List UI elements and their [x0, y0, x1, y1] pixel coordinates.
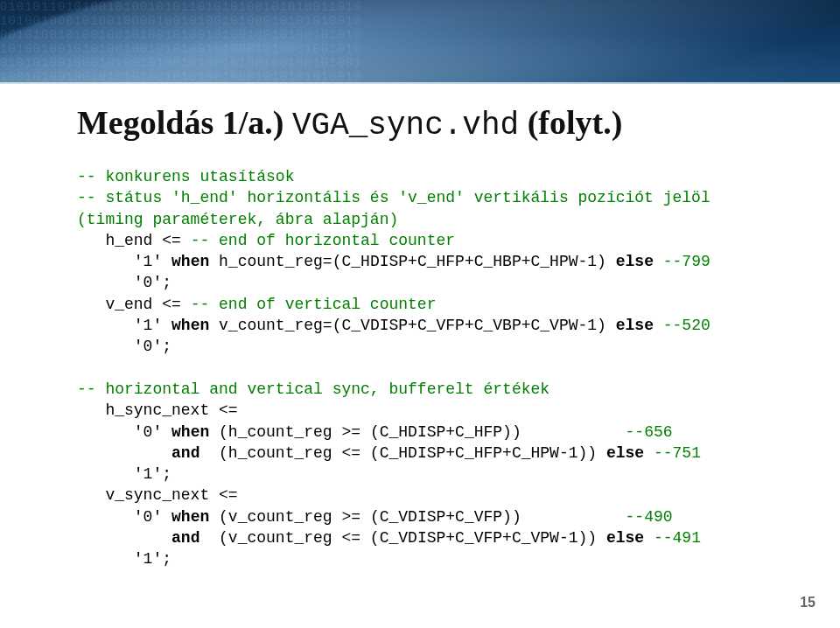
code-line-13a [77, 444, 172, 462]
keyword-and-1: and [172, 444, 200, 462]
code-line-4a: h_end <= [77, 232, 191, 249]
keyword-else-1: else [616, 253, 654, 270]
title-suffix: (folyt.) [519, 104, 622, 141]
keyword-when-1: when [172, 253, 209, 270]
code-line-11: h_sync_next <= [77, 401, 238, 419]
code-line-17c [644, 529, 654, 547]
code-line-16b: (v_count_reg >= (C_VDISP+C_VFP)) [209, 508, 625, 526]
header-banner: 0101011010100101001010110101010010101001… [0, 0, 840, 84]
code-line-16a: '0' [77, 508, 172, 526]
code-line-15: v_sync_next <= [77, 486, 238, 504]
code-line-10: -- horizontal and vertical sync, buffere… [77, 380, 550, 398]
slide-root: 0101011010100101001010110101010010101001… [0, 0, 840, 628]
code-line-18: '1'; [77, 550, 172, 568]
content-area: Megoldás 1/a.) VGA_sync.vhd (folyt.) -- … [0, 84, 840, 628]
code-line-17a [77, 529, 172, 547]
keyword-else-3: else [606, 444, 644, 462]
title-prefix: Megoldás 1/a.) [77, 104, 292, 141]
code-line-17b: (v_count_reg <= (C_VDISP+C_VFP+C_VPW-1)) [200, 529, 606, 547]
code-line-2: -- státus 'h_end' horizontális és 'v_end… [77, 189, 710, 206]
code-line-8b: v_count_reg=(C_VDISP+C_VFP+C_VBP+C_VPW-1… [209, 317, 615, 334]
code-line-17d: --491 [654, 529, 701, 547]
keyword-when-3: when [172, 423, 209, 441]
code-line-8c [654, 317, 663, 334]
code-line-12c: --656 [626, 423, 673, 441]
code-line-14: '1'; [77, 465, 172, 483]
keyword-else-2: else [616, 317, 654, 334]
code-line-7a: v_end <= [77, 296, 191, 313]
code-line-9: '0'; [77, 338, 172, 355]
slide-title: Megoldás 1/a.) VGA_sync.vhd (folyt.) [77, 103, 622, 143]
code-line-13b: (h_count_reg <= (C_HDISP+C_HFP+C_HPW-1)) [200, 444, 606, 462]
code-line-7b: -- end of vertical counter [191, 296, 437, 313]
code-line-8a: '1' [77, 317, 172, 334]
code-line-5d: --799 [663, 253, 710, 270]
code-line-12a: '0' [77, 423, 172, 441]
code-line-5b: h_count_reg=(C_HDISP+C_HFP+C_HBP+C_HPW-1… [209, 253, 615, 270]
title-filename: VGA_sync.vhd [292, 108, 519, 143]
keyword-else-4: else [606, 529, 644, 547]
keyword-and-2: and [172, 529, 200, 547]
code-line-8d: --520 [663, 317, 710, 334]
code-block: -- konkurens utasítások -- státus 'h_end… [77, 166, 788, 570]
code-line-12b: (h_count_reg >= (C_HDISP+C_HFP)) [209, 423, 625, 441]
code-line-13d: --751 [654, 444, 701, 462]
code-line-5a: '1' [77, 253, 172, 270]
keyword-when-2: when [172, 317, 209, 334]
code-line-13c [644, 444, 654, 462]
page-number: 15 [800, 595, 816, 611]
code-line-16c: --490 [626, 508, 673, 526]
code-line-4b: -- end of horizontal counter [191, 232, 455, 249]
code-line-5c [654, 253, 663, 270]
code-line-6: '0'; [77, 274, 172, 291]
code-line-3: (timing paraméterek, ábra alapján) [77, 211, 398, 228]
keyword-when-4: when [172, 508, 209, 526]
code-line-1: -- konkurens utasítások [77, 168, 294, 185]
